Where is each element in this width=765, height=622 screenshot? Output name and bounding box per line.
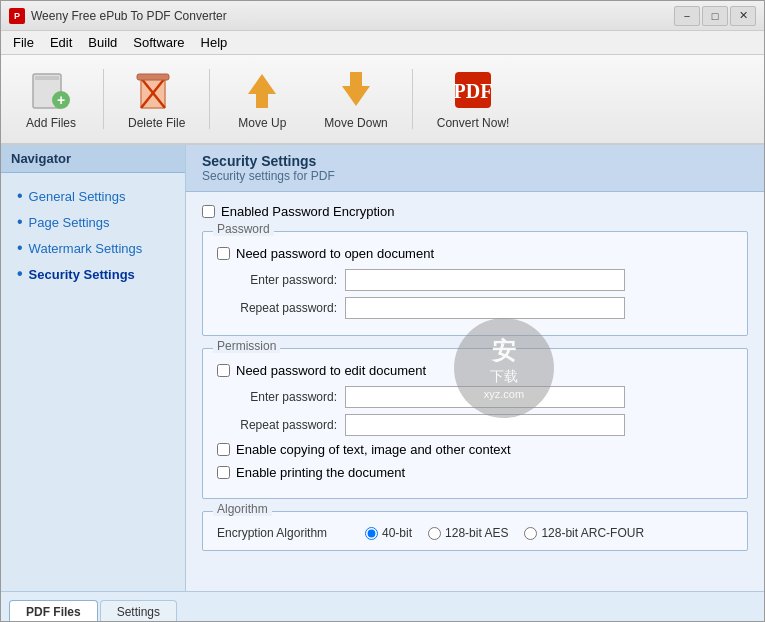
nav-item-watermark-settings[interactable]: Watermark Settings bbox=[9, 235, 177, 261]
menu-software[interactable]: Software bbox=[125, 33, 192, 52]
delete-file-button[interactable]: Delete File bbox=[116, 62, 197, 136]
radio-40bit[interactable]: 40-bit bbox=[365, 526, 412, 540]
svg-rect-7 bbox=[137, 74, 169, 80]
navigator-sidebar: Navigator General Settings Page Settings… bbox=[1, 145, 186, 591]
encryption-algorithm-label: Encryption Algorithm bbox=[217, 526, 357, 540]
svg-rect-1 bbox=[35, 76, 59, 80]
algorithm-row: Encryption Algorithm 40-bit 128-bit AES bbox=[217, 522, 733, 540]
enable-copying-checkbox[interactable] bbox=[217, 443, 230, 456]
svg-rect-11 bbox=[350, 72, 362, 86]
need-password-edit-row: Need password to edit document bbox=[217, 363, 733, 378]
password-section: Password Need password to open document … bbox=[202, 231, 748, 336]
title-bar-left: P Weeny Free ePub To PDF Converter bbox=[9, 8, 227, 24]
radio-128aes[interactable]: 128-bit AES bbox=[428, 526, 508, 540]
settings-header: Security Settings Security settings for … bbox=[186, 145, 764, 192]
delete-file-icon bbox=[135, 68, 179, 112]
permission-section: Permission Need password to edit documen… bbox=[202, 348, 748, 499]
need-password-open-label: Need password to open document bbox=[236, 246, 434, 261]
main-content: Navigator General Settings Page Settings… bbox=[1, 145, 764, 591]
need-password-open-row: Need password to open document bbox=[217, 246, 733, 261]
need-password-edit-checkbox[interactable] bbox=[217, 364, 230, 377]
toolbar-separator-1 bbox=[103, 69, 104, 129]
bottom-tab-bar: PDF Files Settings bbox=[1, 591, 764, 622]
svg-text:PDF: PDF bbox=[454, 80, 493, 102]
minimize-button[interactable]: − bbox=[674, 6, 700, 26]
nav-item-page-settings[interactable]: Page Settings bbox=[9, 209, 177, 235]
enable-copying-label: Enable copying of text, image and other … bbox=[236, 442, 511, 457]
title-bar: P Weeny Free ePub To PDF Converter − □ ✕ bbox=[1, 1, 764, 31]
perm-repeat-password-label: Repeat password: bbox=[217, 418, 337, 432]
enter-password-label: Enter password: bbox=[217, 273, 337, 287]
password-section-content: Need password to open document Enter pas… bbox=[217, 242, 733, 319]
enable-printing-row: Enable printing the document bbox=[217, 465, 733, 480]
settings-body: Enabled Password Encryption Password Nee… bbox=[186, 192, 764, 575]
need-password-open-checkbox[interactable] bbox=[217, 247, 230, 260]
nav-items: General Settings Page Settings Watermark… bbox=[1, 173, 185, 297]
app-title: Weeny Free ePub To PDF Converter bbox=[31, 9, 227, 23]
enable-password-checkbox[interactable] bbox=[202, 205, 215, 218]
enable-password-label: Enabled Password Encryption bbox=[221, 204, 394, 219]
radio-40bit-input[interactable] bbox=[365, 527, 378, 540]
enable-password-row: Enabled Password Encryption bbox=[202, 204, 748, 219]
perm-repeat-password-row: Repeat password: bbox=[217, 414, 733, 436]
convert-now-button[interactable]: PDF Convert Now! bbox=[425, 62, 522, 136]
tab-settings[interactable]: Settings bbox=[100, 600, 177, 622]
password-section-title: Password bbox=[213, 222, 274, 236]
radio-128aes-label: 128-bit AES bbox=[445, 526, 508, 540]
toolbar: + Add Files Delete File Move Up bbox=[1, 55, 764, 145]
enable-copying-row: Enable copying of text, image and other … bbox=[217, 442, 733, 457]
menu-bar: File Edit Build Software Help bbox=[1, 31, 764, 55]
toolbar-separator-3 bbox=[412, 69, 413, 129]
svg-marker-8 bbox=[248, 74, 276, 94]
perm-enter-password-input[interactable] bbox=[345, 386, 625, 408]
tab-pdf-files[interactable]: PDF Files bbox=[9, 600, 98, 622]
enter-password-row: Enter password: bbox=[217, 269, 733, 291]
nav-item-security-settings[interactable]: Security Settings bbox=[9, 261, 177, 287]
move-up-icon bbox=[240, 68, 284, 112]
enter-password-input[interactable] bbox=[345, 269, 625, 291]
navigator-header: Navigator bbox=[1, 145, 185, 173]
menu-file[interactable]: File bbox=[5, 33, 42, 52]
algorithm-section-title: Algorithm bbox=[213, 502, 272, 516]
add-files-label: Add Files bbox=[26, 116, 76, 130]
perm-repeat-password-input[interactable] bbox=[345, 414, 625, 436]
move-up-label: Move Up bbox=[238, 116, 286, 130]
menu-edit[interactable]: Edit bbox=[42, 33, 80, 52]
menu-build[interactable]: Build bbox=[80, 33, 125, 52]
perm-enter-password-label: Enter password: bbox=[217, 390, 337, 404]
maximize-button[interactable]: □ bbox=[702, 6, 728, 26]
radio-128aes-input[interactable] bbox=[428, 527, 441, 540]
settings-panel: Security Settings Security settings for … bbox=[186, 145, 764, 591]
svg-marker-10 bbox=[342, 86, 370, 106]
need-password-edit-label: Need password to edit document bbox=[236, 363, 426, 378]
repeat-password-label: Repeat password: bbox=[217, 301, 337, 315]
move-down-label: Move Down bbox=[324, 116, 387, 130]
move-down-icon bbox=[334, 68, 378, 112]
svg-text:+: + bbox=[57, 92, 65, 108]
convert-now-icon: PDF bbox=[451, 68, 495, 112]
app-icon: P bbox=[9, 8, 25, 24]
radio-128arcfour-label: 128-bit ARC-FOUR bbox=[541, 526, 644, 540]
perm-enter-password-row: Enter password: bbox=[217, 386, 733, 408]
radio-128arcfour[interactable]: 128-bit ARC-FOUR bbox=[524, 526, 644, 540]
permission-section-content: Need password to edit document Enter pas… bbox=[217, 359, 733, 480]
enable-printing-checkbox[interactable] bbox=[217, 466, 230, 479]
add-files-button[interactable]: + Add Files bbox=[11, 62, 91, 136]
convert-now-label: Convert Now! bbox=[437, 116, 510, 130]
close-button[interactable]: ✕ bbox=[730, 6, 756, 26]
radio-40bit-label: 40-bit bbox=[382, 526, 412, 540]
svg-rect-9 bbox=[256, 94, 268, 108]
algorithm-section: Algorithm Encryption Algorithm 40-bit 12… bbox=[202, 511, 748, 551]
nav-item-general-settings[interactable]: General Settings bbox=[9, 183, 177, 209]
add-files-icon: + bbox=[29, 68, 73, 112]
move-up-button[interactable]: Move Up bbox=[222, 62, 302, 136]
repeat-password-row: Repeat password: bbox=[217, 297, 733, 319]
repeat-password-input[interactable] bbox=[345, 297, 625, 319]
settings-title: Security Settings bbox=[202, 153, 748, 169]
permission-section-title: Permission bbox=[213, 339, 280, 353]
delete-file-label: Delete File bbox=[128, 116, 185, 130]
enable-printing-label: Enable printing the document bbox=[236, 465, 405, 480]
menu-help[interactable]: Help bbox=[193, 33, 236, 52]
move-down-button[interactable]: Move Down bbox=[312, 62, 399, 136]
radio-128arcfour-input[interactable] bbox=[524, 527, 537, 540]
